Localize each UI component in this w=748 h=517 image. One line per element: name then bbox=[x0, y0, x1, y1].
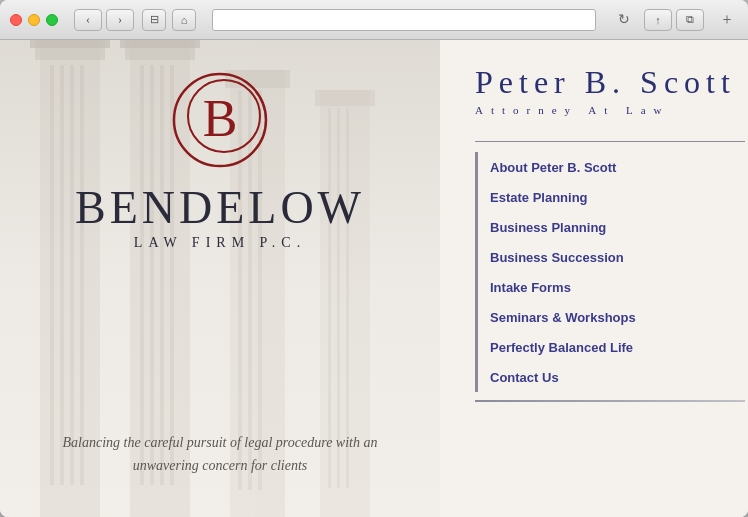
refresh-icon: ↻ bbox=[618, 11, 630, 28]
nav-item-business-succession: Business Succession bbox=[478, 242, 745, 272]
nav-item-about: About Peter B. Scott bbox=[478, 152, 745, 182]
minimize-button[interactable] bbox=[28, 14, 40, 26]
attorney-name: Peter B. Scott bbox=[475, 65, 745, 100]
nav-link-balanced[interactable]: Perfectly Balanced Life bbox=[490, 340, 633, 355]
browser-window: ‹ › ⊟ ⌂ ↻ ↑ ⧉ + bbox=[0, 0, 748, 517]
sidebar-icon: ⊟ bbox=[150, 13, 159, 26]
firm-tagline: Balancing the careful pursuit of legal p… bbox=[30, 432, 410, 477]
svg-rect-2 bbox=[30, 40, 110, 48]
svg-rect-5 bbox=[70, 65, 74, 485]
nav-link-estate[interactable]: Estate Planning bbox=[490, 190, 588, 205]
share-button[interactable]: ↑ bbox=[644, 9, 672, 31]
nav-menu: About Peter B. ScottEstate PlanningBusin… bbox=[475, 152, 745, 392]
nav-link-business-planning[interactable]: Business Planning bbox=[490, 220, 606, 235]
back-button[interactable]: ‹ bbox=[74, 9, 102, 31]
traffic-lights bbox=[10, 14, 58, 26]
nav-link-seminars[interactable]: Seminars & Workshops bbox=[490, 310, 636, 325]
attorney-header: Peter B. Scott Attorney At Law bbox=[475, 65, 745, 116]
svg-text:B: B bbox=[203, 90, 238, 147]
right-panel: Peter B. Scott Attorney At Law About Pet… bbox=[440, 40, 748, 517]
new-tab-icon: + bbox=[722, 11, 731, 29]
nav-item-balanced: Perfectly Balanced Life bbox=[478, 332, 745, 362]
website-content: B BENDELOW LAW FIRM P.C. Balancing the c… bbox=[0, 40, 748, 517]
toolbar-icons: ⊟ ⌂ bbox=[142, 9, 196, 31]
browser-actions: ↑ ⧉ bbox=[644, 9, 704, 31]
maximize-button[interactable] bbox=[46, 14, 58, 26]
nav-bottom-divider bbox=[475, 400, 745, 402]
back-icon: ‹ bbox=[86, 12, 90, 27]
share-icon: ↑ bbox=[655, 14, 661, 26]
duplicate-button[interactable]: ⧉ bbox=[676, 9, 704, 31]
browser-titlebar: ‹ › ⊟ ⌂ ↻ ↑ ⧉ + bbox=[0, 0, 748, 40]
home-button[interactable]: ⌂ bbox=[172, 9, 196, 31]
left-panel: B BENDELOW LAW FIRM P.C. Balancing the c… bbox=[0, 40, 440, 517]
firm-name: BENDELOW bbox=[75, 185, 365, 231]
nav-item-seminars: Seminars & Workshops bbox=[478, 302, 745, 332]
nav-link-business-succession[interactable]: Business Succession bbox=[490, 250, 624, 265]
nav-top-divider bbox=[475, 141, 745, 142]
home-icon: ⌂ bbox=[181, 14, 188, 26]
nav-item-estate: Estate Planning bbox=[478, 182, 745, 212]
attorney-title: Attorney At Law bbox=[475, 104, 745, 116]
close-button[interactable] bbox=[10, 14, 22, 26]
logo: B bbox=[170, 70, 270, 170]
firm-subtitle: LAW FIRM P.C. bbox=[134, 235, 306, 251]
nav-link-intake[interactable]: Intake Forms bbox=[490, 280, 571, 295]
svg-rect-9 bbox=[120, 40, 200, 48]
forward-button[interactable]: › bbox=[106, 9, 134, 31]
forward-icon: › bbox=[118, 12, 122, 27]
sidebar-button[interactable]: ⊟ bbox=[142, 9, 166, 31]
svg-rect-3 bbox=[50, 65, 54, 485]
address-bar[interactable] bbox=[212, 9, 596, 31]
nav-link-about[interactable]: About Peter B. Scott bbox=[490, 160, 616, 175]
nav-item-business-planning: Business Planning bbox=[478, 212, 745, 242]
nav-item-contact: Contact Us bbox=[478, 362, 745, 392]
logo-container: B BENDELOW LAW FIRM P.C. bbox=[75, 70, 365, 251]
svg-rect-4 bbox=[60, 65, 64, 485]
duplicate-icon: ⧉ bbox=[686, 13, 694, 26]
nav-link-contact[interactable]: Contact Us bbox=[490, 370, 559, 385]
refresh-button[interactable]: ↻ bbox=[612, 9, 636, 31]
new-tab-button[interactable]: + bbox=[716, 9, 738, 31]
nav-buttons: ‹ › bbox=[74, 9, 134, 31]
nav-item-intake: Intake Forms bbox=[478, 272, 745, 302]
